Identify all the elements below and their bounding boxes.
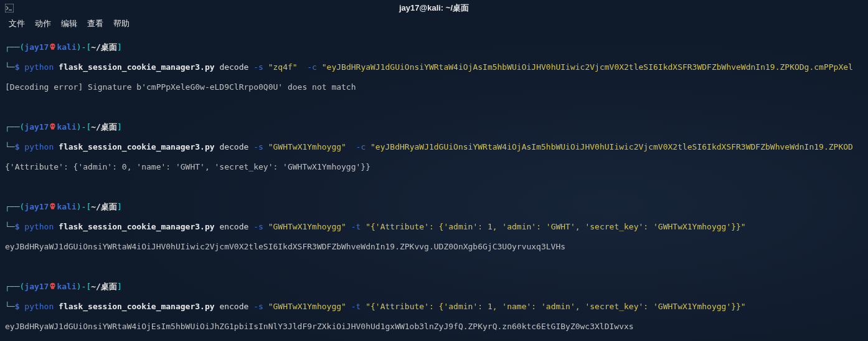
svg-point-16 (51, 285, 52, 286)
terminal-output[interactable]: ┌──(jay17kali)-[~/桌面] └─$ python flask_s… (0, 31, 868, 341)
prompt-line: ┌──(jay17kali)-[~/桌面] (5, 202, 863, 212)
svg-point-8 (51, 125, 52, 127)
svg-point-5 (54, 46, 55, 47)
command-line: └─$ python flask_session_cookie_manager3… (5, 302, 863, 312)
svg-point-4 (51, 46, 52, 47)
prompt-line: ┌──(jay17kali)-[~/桌面] (5, 42, 863, 52)
blank-line (5, 182, 863, 192)
output-line: eyJBdHRyaWJ1dGUiOnsiYWRtaW4iOjEsIm5hbWUi… (5, 322, 863, 332)
output-line: {'Attribute': {'admin': 0, 'name': 'GWHT… (5, 162, 863, 172)
menu-file[interactable]: 文件 (9, 18, 25, 29)
menu-help[interactable]: 帮助 (113, 18, 130, 29)
command-line: └─$ python flask_session_cookie_manager3… (5, 62, 863, 72)
blank-line (5, 262, 863, 272)
menu-view[interactable]: 查看 (87, 18, 103, 29)
window-titlebar: jay17@kali: ~/桌面 (0, 0, 868, 16)
menubar: 文件 动作 编辑 查看 帮助 (0, 16, 868, 31)
command-line: └─$ python flask_session_cookie_manager3… (5, 142, 863, 152)
menu-actions[interactable]: 动作 (35, 18, 51, 29)
svg-rect-11 (52, 207, 55, 209)
svg-point-17 (54, 285, 55, 286)
prompt-line: ┌──(jay17kali)-[~/桌面] (5, 122, 863, 132)
svg-rect-7 (52, 127, 55, 129)
prompt-line: ┌──(jay17kali)-[~/桌面] (5, 282, 863, 292)
output-line: [Decoding error] Signature b'cmPPpXeleG0… (5, 82, 863, 92)
terminal-icon (5, 4, 14, 12)
svg-rect-0 (5, 4, 14, 12)
svg-point-9 (54, 125, 55, 127)
svg-rect-3 (52, 47, 55, 49)
output-line: eyJBdHRyaWJ1dGUiOnsiYWRtaW4iOiJHV0hUIiwi… (5, 242, 863, 252)
svg-point-12 (51, 205, 52, 206)
window-title: jay17@kali: ~/桌面 (399, 2, 469, 14)
command-line: └─$ python flask_session_cookie_manager3… (5, 222, 863, 232)
menu-edit[interactable]: 编辑 (61, 18, 77, 29)
blank-line (5, 102, 863, 112)
svg-rect-15 (52, 287, 55, 289)
svg-point-13 (54, 205, 55, 206)
